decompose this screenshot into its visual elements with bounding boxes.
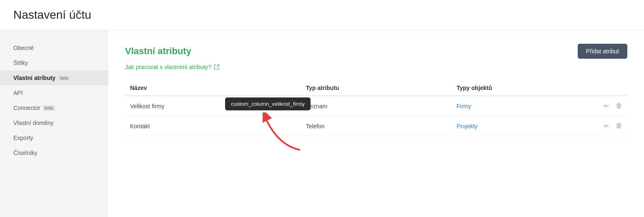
- col-header-objects: Typy objektů: [451, 80, 577, 96]
- action-icons: ✏ 🗑: [582, 102, 623, 110]
- delete-icon[interactable]: 🗑: [616, 102, 622, 110]
- add-attribute-button[interactable]: Přidat atribut: [578, 44, 627, 59]
- action-icons: ✏ 🗑: [582, 122, 623, 130]
- row-objects[interactable]: Projekty: [451, 116, 577, 136]
- external-link-icon: [214, 64, 220, 70]
- row-name: Velikost firmy custom_column_velikost_fi…: [125, 96, 301, 116]
- row-name: Kontakt: [125, 116, 301, 136]
- page-title: Nastavení účtu: [13, 8, 631, 22]
- sidebar-item-label: Číselníky: [13, 150, 38, 156]
- delete-icon[interactable]: 🗑: [616, 122, 622, 130]
- col-header-name: Název: [125, 80, 301, 96]
- row-type: Telefon: [301, 116, 452, 136]
- sidebar-item-ciselniky[interactable]: Číselníky: [0, 145, 108, 160]
- section-title: Vlastní atributy: [125, 46, 191, 57]
- sidebar: Obecné Štítky Vlastní atributy beta API …: [0, 30, 108, 217]
- table-row: Kontakt Telefon Projekty ✏ 🗑: [125, 116, 627, 136]
- main-content: Vlastní atributy Přidat atribut Jak prac…: [108, 30, 644, 217]
- row-type: Seznam: [301, 96, 452, 116]
- sidebar-item-connector[interactable]: Connector beta: [0, 100, 108, 115]
- sidebar-item-label: Vlastní atributy: [13, 75, 55, 81]
- sidebar-item-stitky[interactable]: Štítky: [0, 55, 108, 70]
- beta-badge-connector: beta: [43, 105, 55, 111]
- edit-icon[interactable]: ✏: [604, 102, 609, 110]
- section-header: Vlastní atributy Přidat atribut: [125, 44, 627, 59]
- page-header: Nastavení účtu: [0, 0, 644, 30]
- sidebar-item-label: Obecné: [13, 45, 34, 51]
- sidebar-item-api[interactable]: API: [0, 85, 108, 100]
- sidebar-item-vlastni-domeny[interactable]: Vlastní domény: [0, 115, 108, 130]
- table-body: Velikost firmy custom_column_velikost_fi…: [125, 96, 627, 136]
- table-row: Velikost firmy custom_column_velikost_fi…: [125, 96, 627, 116]
- beta-badge: beta: [58, 75, 70, 81]
- attributes-table: Název Typ atributu Typy objektů Velikost…: [125, 80, 627, 136]
- sidebar-item-vlastni-atributy[interactable]: Vlastní atributy beta: [0, 70, 108, 85]
- sidebar-item-obecne[interactable]: Obecné: [0, 40, 108, 55]
- sidebar-item-exporty[interactable]: Exporty: [0, 130, 108, 145]
- tooltip-custom-column: custom_column_velikost_firmy: [225, 97, 311, 110]
- col-header-actions: [577, 80, 628, 96]
- sidebar-item-label: Connector: [13, 105, 40, 111]
- help-link-text: Jak pracovat s vlastními atributy?: [125, 64, 211, 70]
- sidebar-item-label: Vlastní domény: [13, 120, 54, 126]
- sidebar-item-label: API: [13, 90, 23, 96]
- layout: Obecné Štítky Vlastní atributy beta API …: [0, 30, 644, 217]
- table-head: Název Typ atributu Typy objektů: [125, 80, 627, 96]
- sidebar-item-label: Exporty: [13, 135, 33, 141]
- help-link[interactable]: Jak pracovat s vlastními atributy?: [125, 64, 220, 70]
- edit-icon[interactable]: ✏: [604, 122, 609, 130]
- row-objects[interactable]: Firmy: [451, 96, 577, 116]
- row-actions: ✏ 🗑: [577, 96, 628, 116]
- row-actions: ✏ 🗑: [577, 116, 628, 136]
- col-header-type: Typ atributu: [301, 80, 452, 96]
- sidebar-item-label: Štítky: [13, 60, 28, 66]
